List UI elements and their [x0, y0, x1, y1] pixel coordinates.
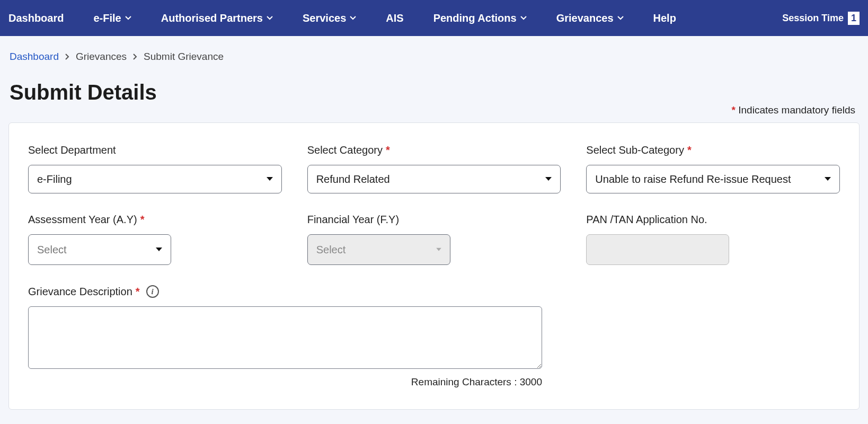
nav-label: Dashboard	[8, 12, 64, 24]
breadcrumb-dashboard[interactable]: Dashboard	[10, 51, 59, 63]
field-label: Financial Year (F.Y)	[307, 214, 561, 226]
chevron-down-icon	[350, 16, 356, 20]
caret-down-icon	[545, 177, 552, 181]
nav-authorised-partners[interactable]: Authorised Partners	[146, 12, 288, 24]
mandatory-note: * Indicates mandatory fields	[0, 104, 868, 120]
field-label: Select Department	[28, 144, 282, 156]
assessment-year-select[interactable]: Select	[28, 234, 171, 265]
chevron-down-icon	[520, 16, 527, 20]
chevron-right-icon	[133, 51, 137, 63]
top-navbar: Dashboard e-File Authorised Partners Ser…	[0, 0, 868, 36]
subcategory-select[interactable]: Unable to raise Refund Re-issue Request	[586, 165, 840, 193]
field-department: Select Department e-Filing	[28, 144, 282, 193]
department-select[interactable]: e-Filing	[28, 165, 282, 193]
mandatory-note-text: Indicates mandatory fields	[738, 104, 855, 116]
field-label: Select Sub-Category *	[586, 144, 840, 156]
remaining-characters: Remaining Characters : 3000	[28, 376, 542, 388]
nav-pending-actions[interactable]: Pending Actions	[419, 12, 542, 24]
field-label: Grievance Description * i	[28, 285, 840, 298]
nav-grievances[interactable]: Grievances	[542, 12, 639, 24]
field-label: PAN /TAN Application No.	[586, 214, 840, 226]
select-value: e-Filing	[37, 173, 72, 186]
form-card: Select Department e-Filing Select Catego…	[8, 122, 860, 410]
financial-year-select: Select	[307, 234, 450, 265]
chevron-right-icon	[65, 51, 69, 63]
select-placeholder: Select	[316, 244, 346, 256]
nav-label: Services	[303, 12, 346, 24]
breadcrumb-grievances[interactable]: Grievances	[76, 51, 127, 63]
select-value: Unable to raise Refund Re-issue Request	[595, 173, 791, 186]
nav-dashboard[interactable]: Dashboard	[8, 12, 78, 24]
field-pan-tan: PAN /TAN Application No.	[586, 214, 840, 265]
nav-label: Authorised Partners	[161, 12, 263, 24]
caret-down-icon	[156, 248, 162, 252]
grievance-description-textarea[interactable]	[28, 306, 542, 369]
field-grievance-description: Grievance Description * i Remaining Char…	[28, 285, 840, 388]
session-time-label: Session Time	[782, 13, 844, 24]
field-category: Select Category * Refund Related	[307, 144, 561, 193]
nav-label: Grievances	[556, 12, 614, 24]
caret-down-icon	[825, 177, 831, 181]
session-time-value: 1	[848, 12, 860, 25]
pan-tan-input	[586, 234, 729, 265]
session-time: Session Time 1	[782, 12, 860, 25]
form-row: Select Department e-Filing Select Catego…	[28, 144, 840, 193]
field-label: Select Category *	[307, 144, 561, 156]
required-star: *	[140, 214, 145, 226]
nav-label: Help	[653, 12, 676, 24]
page-title: Submit Details	[0, 63, 868, 104]
required-star: *	[687, 144, 692, 156]
caret-down-icon	[267, 177, 273, 181]
caret-down-icon	[436, 248, 441, 252]
field-subcategory: Select Sub-Category * Unable to raise Re…	[586, 144, 840, 193]
chevron-down-icon	[267, 16, 273, 20]
nav-efile[interactable]: e-File	[78, 12, 146, 24]
nav-label: e-File	[93, 12, 121, 24]
required-star: *	[386, 144, 390, 156]
nav-services[interactable]: Services	[288, 12, 371, 24]
field-assessment-year: Assessment Year (A.Y) * Select	[28, 214, 282, 265]
breadcrumb: Dashboard Grievances Submit Grievance	[0, 36, 868, 63]
required-star: *	[732, 104, 736, 116]
nav-help[interactable]: Help	[639, 12, 691, 24]
chevron-down-icon	[125, 16, 131, 20]
chevron-down-icon	[617, 16, 624, 20]
field-label: Assessment Year (A.Y) *	[28, 214, 282, 226]
select-value: Refund Related	[316, 173, 390, 186]
nav-label: AIS	[386, 12, 403, 24]
nav-ais[interactable]: AIS	[371, 12, 418, 24]
breadcrumb-submit-grievance: Submit Grievance	[144, 51, 224, 63]
info-icon[interactable]: i	[146, 285, 159, 298]
category-select[interactable]: Refund Related	[307, 165, 561, 193]
select-placeholder: Select	[37, 244, 67, 256]
form-row: Assessment Year (A.Y) * Select Financial…	[28, 214, 840, 265]
field-financial-year: Financial Year (F.Y) Select	[307, 214, 561, 265]
required-star: *	[136, 286, 140, 298]
nav-label: Pending Actions	[433, 12, 517, 24]
